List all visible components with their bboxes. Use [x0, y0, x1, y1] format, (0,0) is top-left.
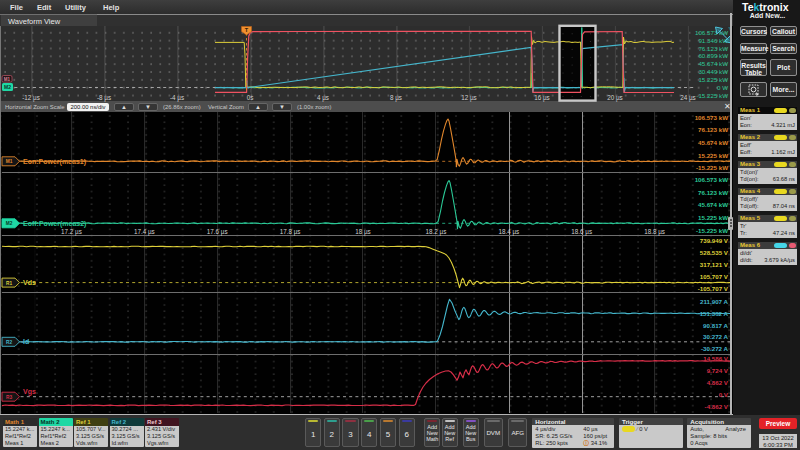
svg-text:4 µs: 4 µs: [317, 94, 329, 102]
svg-text:30.272 A: 30.272 A: [703, 333, 728, 340]
svg-text:-8 µs: -8 µs: [97, 94, 111, 102]
svg-text:45.674 kW: 45.674 kW: [698, 139, 728, 146]
svg-text:M1: M1: [4, 77, 11, 82]
svg-text:-4.862 V: -4.862 V: [705, 403, 729, 410]
svg-text:9.724 V: 9.724 V: [707, 367, 729, 374]
svg-text:15.225 kW: 15.225 kW: [698, 214, 728, 221]
svg-text:90.817 A: 90.817 A: [703, 322, 728, 329]
svg-text:0 W: 0 W: [717, 84, 728, 91]
svg-text:45.674 kW: 45.674 kW: [698, 201, 728, 208]
svg-text:24 µs: 24 µs: [680, 94, 696, 102]
svg-text:17.8 µs: 17.8 µs: [280, 228, 301, 236]
svg-text:0s: 0s: [247, 94, 254, 101]
svg-text:M2: M2: [4, 84, 11, 90]
svg-text:18.8 µs: 18.8 µs: [644, 228, 665, 236]
svg-text:-105.707 V: -105.707 V: [698, 285, 729, 292]
svg-text:4.862 V: 4.862 V: [707, 379, 729, 386]
svg-text:-15.225 kW: -15.225 kW: [696, 92, 728, 99]
svg-text:18.2 µs: 18.2 µs: [426, 228, 447, 236]
svg-text:-12 µs: -12 µs: [22, 94, 40, 102]
svg-text:20 µs: 20 µs: [607, 94, 623, 102]
svg-text:8 µs: 8 µs: [390, 94, 402, 102]
svg-text:317.121 V: 317.121 V: [700, 261, 729, 268]
svg-text:R2: R2: [6, 340, 12, 345]
svg-text:151.362 A: 151.362 A: [700, 310, 729, 317]
svg-text:Vds: Vds: [23, 279, 36, 286]
svg-text:528.535 V: 528.535 V: [700, 249, 729, 256]
svg-text:76.123 kW: 76.123 kW: [698, 126, 728, 133]
svg-text:60.899 kW: 60.899 kW: [698, 52, 728, 59]
svg-text:17.2 µs: 17.2 µs: [61, 228, 82, 236]
svg-text:45.674 kW: 45.674 kW: [698, 60, 728, 67]
svg-text:Eon:Power(meas1): Eon:Power(meas1): [23, 158, 86, 166]
svg-text:M2: M2: [6, 221, 13, 226]
svg-text:12 µs: 12 µs: [461, 94, 477, 102]
svg-text:76.123 kW: 76.123 kW: [698, 189, 728, 196]
svg-text:91.346 kW: 91.346 kW: [698, 37, 728, 44]
svg-text:17.6 µs: 17.6 µs: [207, 228, 228, 236]
svg-text:-30.272 A: -30.272 A: [701, 345, 728, 352]
svg-text:R3: R3: [6, 395, 12, 400]
svg-text:16 µs: 16 µs: [534, 94, 550, 102]
svg-text:76.123 kW: 76.123 kW: [698, 45, 728, 52]
svg-text:-15.225 kW: -15.225 kW: [696, 227, 728, 234]
svg-text:739.949 V: 739.949 V: [700, 237, 729, 244]
svg-text:-15.225 kW: -15.225 kW: [696, 164, 728, 171]
svg-text:14.586 V: 14.586 V: [703, 355, 729, 362]
svg-text:R1: R1: [6, 281, 12, 286]
svg-text:18.6 µs: 18.6 µs: [571, 228, 592, 236]
svg-text:Vgs: Vgs: [23, 388, 36, 396]
svg-text:18 µs: 18 µs: [355, 228, 371, 236]
svg-text:211.907 A: 211.907 A: [700, 298, 729, 305]
svg-text:106.573 kW: 106.573 kW: [695, 114, 729, 121]
svg-text:0 V: 0 V: [719, 391, 729, 398]
svg-text:M1: M1: [6, 159, 13, 164]
svg-text:105.707 V: 105.707 V: [700, 273, 729, 280]
svg-text:15.225 kW: 15.225 kW: [698, 152, 728, 159]
svg-text:106.573 kW: 106.573 kW: [695, 176, 729, 183]
svg-text:Id: Id: [23, 338, 29, 345]
svg-text:17.4 µs: 17.4 µs: [134, 228, 155, 236]
svg-text:15.225 kW: 15.225 kW: [698, 76, 728, 83]
svg-text:18.4 µs: 18.4 µs: [498, 228, 519, 236]
svg-text:-4 µs: -4 µs: [170, 94, 184, 102]
svg-text:30.449 kW: 30.449 kW: [698, 68, 728, 75]
